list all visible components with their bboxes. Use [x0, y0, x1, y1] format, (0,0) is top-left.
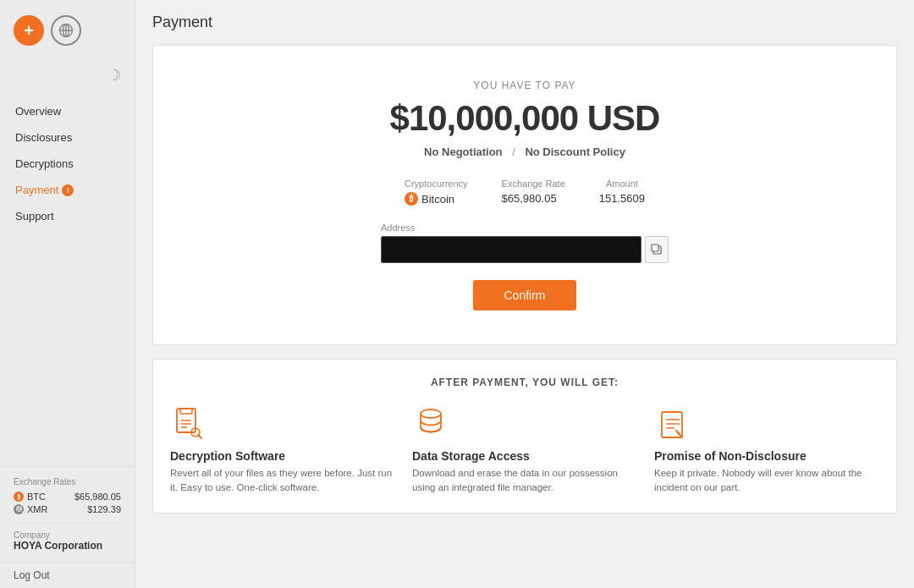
- logo-plus-icon[interactable]: +: [14, 15, 44, 46]
- amount-field: Amount 151.5609: [599, 179, 645, 206]
- benefit-storage: Data Storage Access Download and erase t…: [412, 405, 637, 496]
- crypto-info: Cryptocurrency ₿ Bitcoin Exchange Rate $…: [170, 179, 879, 206]
- bitcoin-icon: ₿: [405, 192, 418, 206]
- policy-divider: /: [512, 146, 518, 158]
- sidebar-bottom: Exchange Rates ₿ BTC $65,980.05 Ⓜ XMR $1…: [0, 466, 135, 562]
- sidebar-item-decryptions[interactable]: Decryptions: [0, 151, 135, 177]
- btc-rate: $65,980.05: [74, 492, 121, 502]
- address-label: Address: [381, 223, 669, 233]
- storage-icon: [412, 405, 449, 442]
- exchange-rate-label: Exchange Rate: [502, 179, 565, 189]
- page-title: Payment: [152, 14, 897, 31]
- benefits-grid: Decryption Software Revert all of your f…: [170, 405, 879, 496]
- decryption-icon: [170, 405, 207, 442]
- address-input[interactable]: [381, 236, 641, 263]
- after-payment-title: AFTER PAYMENT, YOU WILL GET:: [170, 376, 879, 388]
- company-label: Company: [14, 530, 121, 540]
- main-content: Payment YOU HAVE TO PAY $10,000,000 USD …: [135, 0, 914, 588]
- confirm-button[interactable]: Confirm: [473, 280, 575, 310]
- nondisclosure-desc: Keep it private. Nobody will ever know a…: [654, 466, 879, 496]
- no-negotiation: No Negotiation: [424, 146, 502, 158]
- policy-line: No Negotiation / No Discount Policy: [170, 146, 879, 158]
- svg-point-13: [421, 409, 441, 418]
- xmr-rate-row: Ⓜ XMR $129.39: [14, 504, 121, 514]
- btc-label: BTC: [27, 492, 46, 502]
- svg-rect-5: [652, 245, 658, 251]
- cryptocurrency-label: Cryptocurrency: [405, 179, 468, 189]
- you-have-to-pay-label: YOU HAVE TO PAY: [170, 80, 879, 91]
- payment-label: Payment: [15, 184, 58, 196]
- storage-title: Data Storage Access: [412, 449, 530, 463]
- nondisclosure-icon: [654, 405, 691, 442]
- cryptocurrency-value: ₿ Bitcoin: [405, 192, 468, 206]
- svg-line-12: [198, 435, 201, 438]
- logo-globe-icon: [51, 15, 81, 46]
- benefit-nondisclosure: Promise of Non-Disclosure Keep it privat…: [654, 405, 879, 496]
- sidebar-nav: Overview Disclosures Decryptions Payment…: [0, 91, 135, 236]
- decryption-title: Decryption Software: [170, 449, 285, 463]
- exchange-rate-value: $65,980.05: [502, 192, 565, 205]
- xmr-icon: Ⓜ: [14, 504, 24, 514]
- sidebar-item-overview[interactable]: Overview: [0, 98, 135, 124]
- amount-label: Amount: [599, 179, 645, 189]
- after-payment-section: AFTER PAYMENT, YOU WILL GET: Decryption …: [152, 359, 897, 514]
- svg-point-19: [678, 432, 680, 435]
- benefit-decryption: Decryption Software Revert all of your f…: [170, 405, 395, 496]
- sidebar-item-disclosures[interactable]: Disclosures: [0, 124, 135, 151]
- decryption-desc: Revert all of your files as they were be…: [170, 466, 395, 496]
- logout-button[interactable]: Log Out: [0, 562, 135, 588]
- loading-indicator: ☽: [0, 59, 135, 91]
- address-section: Address: [381, 223, 669, 263]
- exchange-rate-field: Exchange Rate $65,980.05: [502, 179, 565, 206]
- storage-desc: Download and erase the data in our posse…: [412, 466, 637, 496]
- address-input-row: [381, 236, 669, 263]
- exchange-rates-label: Exchange Rates: [14, 477, 121, 486]
- no-discount: No Discount Policy: [525, 146, 625, 158]
- nondisclosure-title: Promise of Non-Disclosure: [654, 449, 807, 463]
- cryptocurrency-field: Cryptocurrency ₿ Bitcoin: [405, 179, 468, 206]
- payment-amount: $10,000,000 USD: [170, 98, 879, 139]
- sidebar-item-payment[interactable]: Payment !: [0, 177, 135, 203]
- xmr-label: XMR: [27, 504, 47, 514]
- sidebar: + ☽ Overview Disclosures Decryptions Pay…: [0, 0, 135, 588]
- sidebar-item-support[interactable]: Support: [0, 203, 135, 229]
- xmr-rate: $129.39: [87, 504, 121, 514]
- payment-badge: !: [62, 184, 74, 196]
- payment-card: YOU HAVE TO PAY $10,000,000 USD No Negot…: [152, 45, 897, 345]
- company-name: HOYA Corporation: [14, 540, 121, 552]
- btc-rate-row: ₿ BTC $65,980.05: [14, 492, 121, 502]
- btc-icon: ₿: [14, 492, 24, 502]
- copy-address-button[interactable]: [645, 236, 669, 263]
- sidebar-logo-area: +: [0, 8, 135, 59]
- company-section: Company HOYA Corporation: [14, 523, 121, 552]
- amount-value: 151.5609: [599, 192, 645, 205]
